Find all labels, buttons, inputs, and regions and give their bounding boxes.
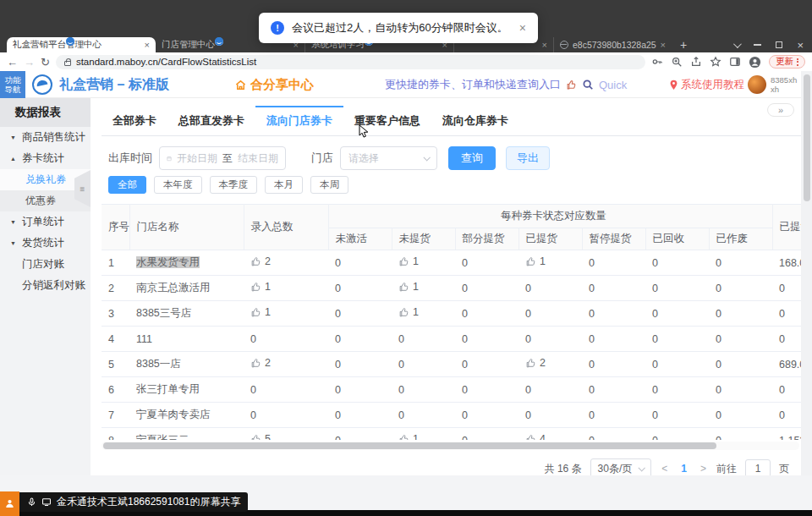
user-avatar[interactable]: [748, 75, 766, 94]
cell-no: 5: [102, 352, 129, 377]
sidebar-item-label: 发货统计: [22, 236, 64, 250]
bookmark-star-icon[interactable]: [710, 56, 721, 68]
cell-store-name: 宁夏羊肉专卖店: [129, 403, 244, 428]
clickable-count[interactable]: 1: [525, 255, 546, 267]
count-value: 1: [413, 255, 419, 267]
sidebar-item-product-sales[interactable]: ▼商品销售统计: [0, 127, 91, 148]
share-icon[interactable]: [690, 56, 702, 68]
current-page[interactable]: 1: [678, 463, 690, 475]
count-value: 1: [413, 281, 419, 293]
tab-close-icon[interactable]: ×: [542, 41, 547, 50]
sidebar-item-store-reconciliation[interactable]: 门店对账: [0, 254, 91, 275]
cell-status-0: 0: [328, 352, 392, 377]
back-icon[interactable]: ←: [7, 57, 18, 68]
scrollbar-thumb[interactable]: [103, 442, 716, 449]
store-select[interactable]: 请选择: [340, 146, 437, 170]
quick-filter-year[interactable]: 本年度: [154, 176, 202, 194]
calendar-icon: [167, 153, 172, 164]
clickable-count[interactable]: 2: [250, 255, 271, 267]
clickable-count[interactable]: 5: [250, 433, 271, 440]
date-range-input[interactable]: 开始日期 至 结束日期: [159, 146, 286, 170]
cell-status-3: 0: [518, 327, 582, 352]
forward-icon[interactable]: →: [24, 57, 35, 68]
mouse-cursor: [359, 124, 370, 139]
reload-icon[interactable]: ↻: [41, 57, 50, 68]
minimize-icon[interactable]: [754, 44, 761, 46]
cell-status-4: 0: [582, 276, 645, 301]
brand-favicon-icon: [66, 37, 74, 46]
count-value: 2: [265, 357, 271, 369]
sidebar-item-rebate-reconciliation[interactable]: 分销返利对账: [0, 275, 91, 296]
clickable-count[interactable]: 2: [525, 357, 546, 369]
caret-down-icon: ▼: [10, 240, 18, 246]
thumb-up-icon: [398, 282, 409, 293]
cell-status-6: 0: [709, 352, 772, 377]
quick-filter-month[interactable]: 本月: [265, 176, 303, 194]
toast-close-icon[interactable]: ×: [519, 21, 526, 35]
key-icon[interactable]: [651, 56, 663, 68]
tab-close-icon[interactable]: ×: [661, 41, 666, 50]
browser-update-chip[interactable]: 更新: [769, 55, 805, 69]
horizontal-scrollbar[interactable]: [102, 442, 799, 450]
sidebar-item-card-stats[interactable]: ▲券卡统计: [0, 148, 91, 169]
quick-filter-quarter[interactable]: 本季度: [210, 176, 258, 194]
tab-close-icon[interactable]: ×: [145, 41, 150, 50]
toolbar-icons: 更新: [651, 55, 805, 69]
browser-tab-gift-admin[interactable]: 礼盒营销平台管理中心×: [7, 37, 156, 52]
function-nav-toggle[interactable]: 功能 导航: [0, 71, 25, 98]
window-close-icon[interactable]: ×: [797, 40, 804, 51]
thumb-up-icon: [250, 307, 261, 318]
quick-entry[interactable]: 更快捷的券卡、订单和快递查询入口 Quick: [385, 71, 627, 98]
next-page-button[interactable]: >: [699, 463, 708, 475]
address-bar[interactable]: standard.maboy.cn/CardFlowStatisticsList: [56, 55, 645, 69]
clickable-count[interactable]: 2: [250, 357, 271, 369]
cell-store-name: 宁夏张三二: [129, 428, 244, 441]
share-center-link[interactable]: 合分享中心: [234, 71, 314, 98]
clickable-count[interactable]: 1: [398, 433, 419, 440]
clickable-count[interactable]: 1: [398, 255, 419, 267]
vertical-scrollbar-thumb[interactable]: [804, 74, 810, 201]
clickable-count[interactable]: 1: [250, 306, 271, 318]
clickable-count[interactable]: 1: [398, 281, 419, 293]
sidebar-item-shipping-stats[interactable]: ▼发货统计: [0, 233, 91, 254]
search-button[interactable]: 查询: [448, 146, 496, 170]
sidebar-item-order-stats[interactable]: ▼订单统计: [0, 211, 91, 233]
count-value: 4: [540, 433, 546, 440]
prev-page-button[interactable]: <: [660, 463, 669, 475]
quick-filter-week[interactable]: 本周: [310, 176, 348, 194]
export-button[interactable]: 导出: [506, 146, 550, 170]
quick-label: Quick: [599, 79, 627, 91]
quick-filter-all[interactable]: 全部: [108, 176, 146, 194]
cell-status-1: 0: [392, 403, 455, 428]
profile-icon[interactable]: [749, 56, 761, 69]
cell-status-6: 0: [709, 276, 772, 301]
browser-vertical-scrollbar[interactable]: [801, 71, 812, 509]
header-status-4: 暂停提货: [582, 228, 645, 250]
search-icon: [582, 79, 594, 91]
cell-status-5: 0: [645, 352, 709, 377]
browser-tab-hash[interactable]: e8c573980b1328a258fd2e6l8×: [553, 37, 672, 52]
cell-no: 1: [102, 250, 129, 276]
cell-status-6: 0: [709, 428, 772, 441]
side-panel-icon[interactable]: [729, 56, 741, 68]
clickable-count[interactable]: 1: [398, 306, 419, 318]
toast-message: 会议已超过2人，自动转为60分钟限时会议。: [292, 20, 508, 36]
tab-store-flow[interactable]: 流向门店券卡: [255, 106, 343, 135]
new-tab-button[interactable]: +: [672, 37, 695, 52]
tab-search-chevron-icon[interactable]: [733, 40, 742, 48]
tutorial-link[interactable]: 系统使用教程: [669, 71, 744, 98]
tab-all-cards[interactable]: 全部券卡: [102, 106, 167, 135]
tab-warehouse-flow[interactable]: 流向仓库券卡: [431, 106, 519, 135]
user-name: 8385xh xh: [771, 75, 797, 95]
clickable-count[interactable]: 1: [250, 281, 271, 293]
expand-button[interactable]: »: [767, 103, 794, 117]
zoom-icon[interactable]: [671, 56, 683, 68]
tab-vip-info[interactable]: 重要客户信息: [343, 106, 431, 135]
page-size-label: 30条/页: [598, 462, 633, 476]
clickable-count[interactable]: 4: [525, 433, 546, 440]
maximize-icon[interactable]: [776, 41, 782, 48]
tab-hq-direct[interactable]: 总部直发券卡: [167, 106, 255, 135]
meeting-app-icon[interactable]: [0, 491, 19, 516]
thumb-up-icon: [250, 358, 261, 369]
sidebar-item-label: 兑换礼券: [25, 173, 66, 187]
